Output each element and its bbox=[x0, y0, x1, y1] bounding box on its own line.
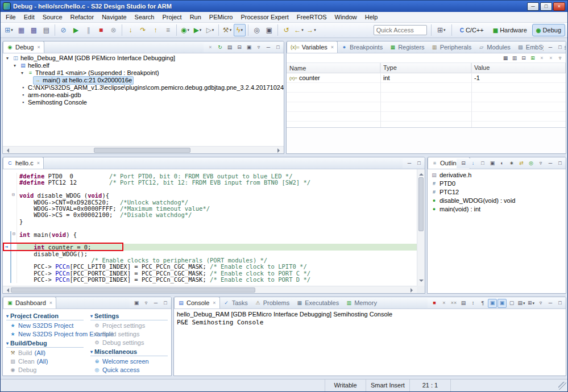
outline-list[interactable]: ▤derivative.h#PTD0#PTC12●disable_WDOG(vo… bbox=[428, 169, 566, 215]
menu-processor-expert[interactable]: Processor Expert bbox=[237, 12, 292, 23]
section-header-miscellaneous[interactable]: ▾Miscellaneous bbox=[90, 347, 168, 356]
pin-button[interactable]: ▣ bbox=[132, 299, 141, 308]
maximize-button[interactable]: □ bbox=[273, 43, 283, 52]
annotation-ruler[interactable] bbox=[3, 186, 10, 192]
save-button[interactable]: ▦ bbox=[15, 24, 27, 36]
open-console-button[interactable]: ⊞▾ bbox=[526, 299, 536, 308]
show-logical-structure-button[interactable]: ▥ bbox=[510, 53, 519, 62]
code-line[interactable]: PCC-> PCCn[PCC_PORTD_INDEX] = PCC_PCCn_C… bbox=[3, 276, 417, 282]
scrollbar-thumb[interactable] bbox=[418, 177, 424, 231]
remove-launch-button[interactable]: × bbox=[440, 299, 449, 308]
menu-navigate[interactable]: Navigate bbox=[98, 12, 130, 23]
tab-console[interactable]: ▤Console× bbox=[174, 297, 220, 308]
code-line[interactable] bbox=[3, 224, 417, 231]
maximize-button[interactable]: □ bbox=[540, 2, 552, 11]
annotation-ruler[interactable] bbox=[3, 276, 10, 282]
word-wrap-button[interactable]: ¶ bbox=[478, 299, 487, 308]
dashboard-item-debug[interactable]: ◉Debug bbox=[6, 366, 84, 374]
scroll-left-icon[interactable] bbox=[5, 148, 9, 153]
scrollbar-thumb[interactable] bbox=[11, 287, 255, 293]
search-button[interactable]: ◎ bbox=[251, 24, 263, 36]
tab-problems[interactable]: ⚠Problems bbox=[251, 297, 293, 308]
editor-horizontal-scrollbar[interactable] bbox=[3, 286, 417, 293]
scroll-down-icon[interactable] bbox=[419, 280, 424, 284]
code-line[interactable] bbox=[3, 237, 417, 244]
column-header-type[interactable]: Type bbox=[380, 63, 471, 73]
minimize-button[interactable]: ─ bbox=[527, 2, 539, 11]
instruction-stepping-button[interactable]: ≡ bbox=[162, 24, 174, 36]
annotation-ruler[interactable] bbox=[3, 211, 10, 218]
menu-project[interactable]: Project bbox=[158, 12, 185, 23]
section-header-project-creation[interactable]: ▾Project Creation bbox=[6, 311, 84, 320]
dashboard-item-new-s32ds-project-from-example[interactable]: ★New S32DS Project from Example bbox=[6, 330, 84, 339]
code-line[interactable] bbox=[3, 186, 417, 192]
suspend-button[interactable]: ∥ bbox=[82, 24, 94, 36]
annotation-ruler[interactable] bbox=[3, 231, 10, 237]
save-all-button[interactable]: ▩ bbox=[28, 24, 40, 36]
maximize-button[interactable]: □ bbox=[555, 159, 565, 168]
dashboard-item-new-s32ds-project[interactable]: ★New S32DS Project bbox=[6, 322, 84, 330]
menu-search[interactable]: Search bbox=[131, 12, 159, 23]
minimize-button[interactable]: ─ bbox=[546, 159, 555, 168]
section-header-settings[interactable]: ▾Settings bbox=[90, 311, 168, 320]
outline-item-ptd0[interactable]: #PTD0 bbox=[429, 180, 565, 188]
variables-table[interactable]: NameTypeValue (x)=counterint-1 bbox=[287, 63, 566, 131]
remove-all-launches-button[interactable]: ×× bbox=[449, 299, 458, 308]
annotation-ruler[interactable] bbox=[3, 173, 10, 179]
expander-icon[interactable]: ▾ bbox=[11, 62, 18, 69]
pin-console-button[interactable]: ▢ bbox=[507, 299, 516, 308]
tab-executables[interactable]: ▦Executables bbox=[293, 297, 342, 308]
back-button[interactable]: ←▾ bbox=[293, 24, 305, 36]
code-line[interactable]: /* Enable clocks to peripherals (PORT mo… bbox=[3, 257, 417, 263]
perspective-c-c[interactable]: CC/C++ bbox=[456, 24, 488, 36]
outline-item-ptc12[interactable]: #PTC12 bbox=[429, 188, 565, 197]
quick-access-input[interactable] bbox=[374, 25, 427, 35]
view-menu-button[interactable]: ▿ bbox=[536, 159, 545, 168]
hide-static-members-button[interactable]: ▣ bbox=[488, 159, 497, 168]
collapse-all-button[interactable]: ⊟ bbox=[459, 159, 468, 168]
view-menu-button[interactable]: ▿ bbox=[142, 299, 151, 308]
code-line[interactable]: WDOG->TOVAL=0x0000FFFF; /*Maximum timeou… bbox=[3, 205, 417, 211]
annotation-ruler[interactable] bbox=[3, 205, 10, 211]
tab-memory[interactable]: ▥Memory bbox=[342, 297, 380, 308]
variable-row[interactable]: (x)=counterint-1 bbox=[287, 73, 566, 83]
minimize-button[interactable]: ─ bbox=[546, 43, 555, 52]
show-type-names-button[interactable]: ▦ bbox=[501, 53, 510, 62]
scroll-right-icon[interactable] bbox=[411, 288, 415, 293]
view-menu-button[interactable]: ▿ bbox=[536, 299, 545, 308]
code-line[interactable]: ⊟void disable_WDOG (void){ bbox=[3, 192, 417, 198]
display-selected-console-button[interactable]: ▤▾ bbox=[517, 299, 526, 308]
code-line[interactable]: ⊟int main(void) { bbox=[3, 231, 417, 237]
outline-item-main-void-int[interactable]: ●main(void) : int bbox=[429, 205, 565, 214]
close-icon[interactable]: × bbox=[37, 160, 40, 166]
annotation-ruler[interactable] bbox=[3, 263, 10, 269]
scroll-right-icon[interactable] bbox=[277, 148, 282, 153]
flash-programmer-button[interactable]: ϟ▾ bbox=[234, 24, 246, 36]
annotation-ruler[interactable] bbox=[3, 224, 10, 231]
titlebar[interactable]: Debug - hello/src/hello.c - S32 Design S… bbox=[1, 1, 567, 12]
minimize-button[interactable]: ─ bbox=[264, 43, 273, 52]
dashboard-item-clean[interactable]: ▨Clean(All) bbox=[6, 357, 84, 366]
minimize-button[interactable]: ─ bbox=[151, 299, 160, 308]
debug-view-layout-button[interactable]: ▤ bbox=[225, 43, 234, 52]
column-header-value[interactable]: Value bbox=[471, 63, 566, 73]
maximize-button[interactable]: □ bbox=[414, 159, 424, 168]
scroll-up-icon[interactable] bbox=[419, 171, 424, 176]
toggle-mark-occurrences-button[interactable]: ▣ bbox=[263, 24, 275, 36]
maximize-button[interactable]: □ bbox=[161, 299, 170, 308]
scroll-left-icon[interactable] bbox=[5, 288, 9, 293]
print-button[interactable]: ▤ bbox=[40, 24, 52, 36]
code-line[interactable]: #define PTC12 12 /* Port PTC12, bit 12: … bbox=[3, 179, 417, 185]
close-icon[interactable]: × bbox=[331, 44, 334, 50]
build-button[interactable]: ⚒▾ bbox=[221, 24, 233, 36]
terminate-button[interactable]: ■ bbox=[430, 299, 439, 308]
terminate-button[interactable]: ■ bbox=[95, 24, 107, 36]
skip-all-breakpoints-button[interactable]: ⊘ bbox=[57, 24, 69, 36]
column-divider[interactable] bbox=[380, 63, 381, 131]
tab-tasks[interactable]: ✓Tasks bbox=[220, 297, 251, 308]
tab-registers[interactable]: ▦Registers bbox=[386, 41, 428, 53]
menu-freertos[interactable]: FreeRTOS bbox=[293, 12, 331, 23]
remove-all-terminated-button[interactable]: × bbox=[206, 43, 215, 52]
column-header-name[interactable]: Name bbox=[287, 63, 380, 73]
focus-active-task-button[interactable]: ◎ bbox=[526, 159, 536, 168]
